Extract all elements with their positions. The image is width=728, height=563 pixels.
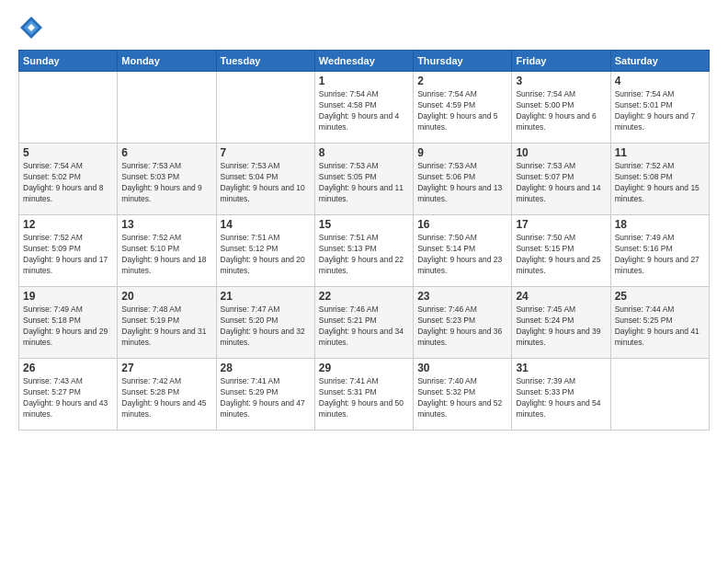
logo-icon: [18, 15, 44, 40]
calendar-cell: 3Sunrise: 7:54 AMSunset: 5:00 PMDaylight…: [512, 72, 610, 144]
calendar-cell: 8Sunrise: 7:53 AMSunset: 5:05 PMDaylight…: [314, 144, 413, 215]
day-info: Sunrise: 7:52 AMSunset: 5:09 PMDaylight:…: [23, 233, 113, 277]
day-number: 22: [319, 290, 409, 303]
header: [18, 15, 710, 40]
calendar-cell: 1Sunrise: 7:54 AMSunset: 4:58 PMDaylight…: [314, 72, 413, 144]
week-row-3: 12Sunrise: 7:52 AMSunset: 5:09 PMDayligh…: [19, 215, 710, 287]
day-number: 3: [516, 75, 606, 87]
day-number: 14: [221, 218, 311, 231]
day-number: 16: [417, 218, 507, 231]
calendar-cell: [19, 72, 118, 144]
day-info: Sunrise: 7:53 AMSunset: 5:03 PMDaylight:…: [121, 161, 211, 205]
calendar-cell: 6Sunrise: 7:53 AMSunset: 5:03 PMDaylight…: [118, 144, 216, 215]
day-info: Sunrise: 7:53 AMSunset: 5:04 PMDaylight:…: [221, 161, 311, 205]
day-number: 31: [516, 362, 606, 374]
day-number: 10: [516, 146, 606, 159]
weekday-header-saturday: Saturday: [610, 51, 709, 72]
day-info: Sunrise: 7:50 AMSunset: 5:14 PMDaylight:…: [417, 233, 507, 277]
day-number: 13: [121, 218, 211, 231]
day-info: Sunrise: 7:54 AMSunset: 4:59 PMDaylight:…: [417, 89, 507, 133]
calendar-cell: 12Sunrise: 7:52 AMSunset: 5:09 PMDayligh…: [19, 215, 118, 287]
weekday-header-friday: Friday: [512, 51, 610, 72]
day-info: Sunrise: 7:53 AMSunset: 5:05 PMDaylight:…: [319, 161, 409, 205]
calendar-cell: 17Sunrise: 7:50 AMSunset: 5:15 PMDayligh…: [512, 215, 610, 287]
calendar-cell: 31Sunrise: 7:39 AMSunset: 5:33 PMDayligh…: [512, 359, 610, 431]
day-info: Sunrise: 7:45 AMSunset: 5:24 PMDaylight:…: [516, 304, 606, 349]
calendar-cell: 27Sunrise: 7:42 AMSunset: 5:28 PMDayligh…: [118, 359, 216, 431]
calendar-cell: 16Sunrise: 7:50 AMSunset: 5:14 PMDayligh…: [414, 215, 512, 287]
calendar-cell: 10Sunrise: 7:53 AMSunset: 5:07 PMDayligh…: [512, 144, 610, 215]
calendar-cell: 22Sunrise: 7:46 AMSunset: 5:21 PMDayligh…: [314, 287, 413, 359]
day-info: Sunrise: 7:39 AMSunset: 5:33 PMDaylight:…: [516, 376, 606, 420]
calendar-cell: 11Sunrise: 7:52 AMSunset: 5:08 PMDayligh…: [610, 144, 709, 215]
calendar-cell: 13Sunrise: 7:52 AMSunset: 5:10 PMDayligh…: [118, 215, 216, 287]
weekday-header-thursday: Thursday: [414, 51, 512, 72]
calendar-cell: [216, 72, 314, 144]
day-number: 1: [319, 75, 409, 87]
calendar-cell: [118, 72, 216, 144]
calendar-cell: 14Sunrise: 7:51 AMSunset: 5:12 PMDayligh…: [216, 215, 314, 287]
day-number: 28: [221, 362, 311, 374]
day-number: 25: [615, 290, 705, 303]
day-info: Sunrise: 7:43 AMSunset: 5:27 PMDaylight:…: [23, 376, 113, 420]
day-info: Sunrise: 7:40 AMSunset: 5:32 PMDaylight:…: [417, 376, 507, 420]
calendar-cell: 5Sunrise: 7:54 AMSunset: 5:02 PMDaylight…: [19, 144, 118, 215]
weekday-header-sunday: Sunday: [19, 51, 118, 72]
day-info: Sunrise: 7:54 AMSunset: 5:02 PMDaylight:…: [23, 161, 113, 205]
day-number: 24: [516, 290, 606, 303]
day-number: 23: [417, 290, 507, 303]
day-info: Sunrise: 7:44 AMSunset: 5:25 PMDaylight:…: [615, 304, 705, 349]
calendar-cell: 18Sunrise: 7:49 AMSunset: 5:16 PMDayligh…: [610, 215, 709, 287]
weekday-header-row: SundayMondayTuesdayWednesdayThursdayFrid…: [19, 51, 710, 72]
day-number: 2: [417, 75, 507, 87]
calendar-cell: 26Sunrise: 7:43 AMSunset: 5:27 PMDayligh…: [19, 359, 118, 431]
calendar-cell: 21Sunrise: 7:47 AMSunset: 5:20 PMDayligh…: [216, 287, 314, 359]
weekday-header-wednesday: Wednesday: [314, 51, 413, 72]
day-info: Sunrise: 7:54 AMSunset: 4:58 PMDaylight:…: [319, 89, 409, 133]
day-number: 9: [417, 146, 507, 159]
day-info: Sunrise: 7:47 AMSunset: 5:20 PMDaylight:…: [221, 304, 311, 349]
day-info: Sunrise: 7:51 AMSunset: 5:13 PMDaylight:…: [319, 233, 409, 277]
day-number: 29: [319, 362, 409, 374]
calendar-cell: [610, 359, 709, 431]
logo: [18, 15, 48, 40]
calendar-cell: 23Sunrise: 7:46 AMSunset: 5:23 PMDayligh…: [414, 287, 512, 359]
day-number: 15: [319, 218, 409, 231]
week-row-5: 26Sunrise: 7:43 AMSunset: 5:27 PMDayligh…: [19, 359, 710, 431]
day-number: 30: [417, 362, 507, 374]
calendar-cell: 2Sunrise: 7:54 AMSunset: 4:59 PMDaylight…: [414, 72, 512, 144]
calendar-cell: 30Sunrise: 7:40 AMSunset: 5:32 PMDayligh…: [414, 359, 512, 431]
day-number: 18: [615, 218, 705, 231]
day-info: Sunrise: 7:46 AMSunset: 5:23 PMDaylight:…: [417, 304, 507, 349]
week-row-1: 1Sunrise: 7:54 AMSunset: 4:58 PMDaylight…: [19, 72, 710, 144]
day-info: Sunrise: 7:49 AMSunset: 5:18 PMDaylight:…: [23, 304, 113, 349]
day-number: 11: [615, 146, 705, 159]
day-number: 27: [121, 362, 211, 374]
day-number: 6: [121, 146, 211, 159]
week-row-2: 5Sunrise: 7:54 AMSunset: 5:02 PMDaylight…: [19, 144, 710, 215]
calendar-cell: 7Sunrise: 7:53 AMSunset: 5:04 PMDaylight…: [216, 144, 314, 215]
day-info: Sunrise: 7:51 AMSunset: 5:12 PMDaylight:…: [221, 233, 311, 277]
day-info: Sunrise: 7:52 AMSunset: 5:10 PMDaylight:…: [121, 233, 211, 277]
day-number: 8: [319, 146, 409, 159]
day-info: Sunrise: 7:52 AMSunset: 5:08 PMDaylight:…: [615, 161, 705, 205]
day-info: Sunrise: 7:54 AMSunset: 5:00 PMDaylight:…: [516, 89, 606, 133]
weekday-header-tuesday: Tuesday: [216, 51, 314, 72]
calendar-cell: 4Sunrise: 7:54 AMSunset: 5:01 PMDaylight…: [610, 72, 709, 144]
week-row-4: 19Sunrise: 7:49 AMSunset: 5:18 PMDayligh…: [19, 287, 710, 359]
day-number: 4: [615, 75, 705, 87]
day-number: 26: [23, 362, 113, 374]
day-number: 19: [23, 290, 113, 303]
calendar-cell: 15Sunrise: 7:51 AMSunset: 5:13 PMDayligh…: [314, 215, 413, 287]
calendar-table: SundayMondayTuesdayWednesdayThursdayFrid…: [18, 50, 710, 431]
calendar-cell: 9Sunrise: 7:53 AMSunset: 5:06 PMDaylight…: [414, 144, 512, 215]
calendar-cell: 29Sunrise: 7:41 AMSunset: 5:31 PMDayligh…: [314, 359, 413, 431]
day-number: 5: [23, 146, 113, 159]
day-info: Sunrise: 7:54 AMSunset: 5:01 PMDaylight:…: [615, 89, 705, 133]
day-info: Sunrise: 7:49 AMSunset: 5:16 PMDaylight:…: [615, 233, 705, 277]
calendar-cell: 28Sunrise: 7:41 AMSunset: 5:29 PMDayligh…: [216, 359, 314, 431]
weekday-header-monday: Monday: [118, 51, 216, 72]
day-number: 7: [221, 146, 311, 159]
calendar-cell: 19Sunrise: 7:49 AMSunset: 5:18 PMDayligh…: [19, 287, 118, 359]
calendar-cell: 20Sunrise: 7:48 AMSunset: 5:19 PMDayligh…: [118, 287, 216, 359]
